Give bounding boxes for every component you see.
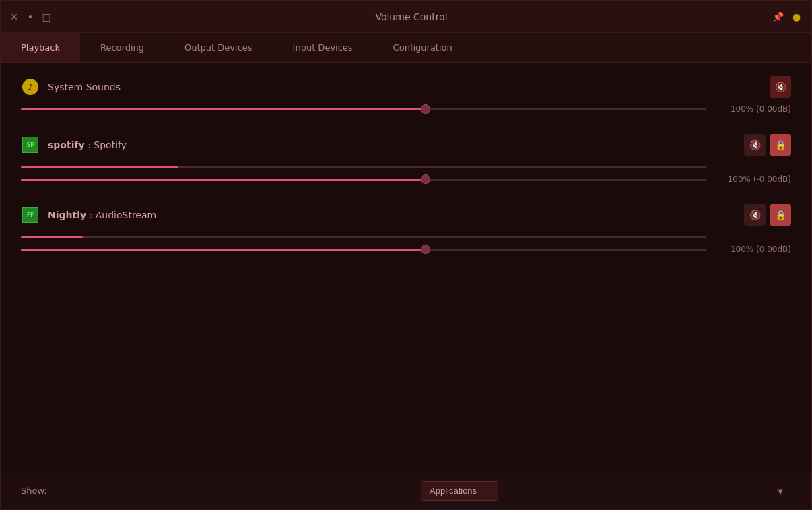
spotify-slider-value-2: 100% (-0.00dB) — [717, 174, 791, 184]
tab-configuration[interactable]: Configuration — [373, 33, 473, 62]
system-sounds-controls: 🔇 — [770, 76, 791, 98]
titlebar-right-controls: 📌 ● — [771, 10, 803, 24]
nightly-slider-row-1 — [21, 231, 791, 243]
dot-button[interactable]: • — [25, 11, 36, 22]
spotify-controls: 🔇 🔒 — [744, 134, 791, 156]
system-sounds-name: System Sounds — [48, 82, 770, 92]
close-button[interactable]: ✕ — [9, 11, 20, 22]
system-sounds-slider-fill — [21, 108, 426, 110]
spotify-slider-container-1 — [21, 161, 706, 173]
status-icon: ● — [790, 10, 803, 24]
channel-nightly: FF Nightly : AudioStream 🔇 🔒 — [21, 204, 791, 255]
tab-output-devices[interactable]: Output Devices — [164, 33, 273, 62]
nightly-slider-container-1 — [21, 231, 706, 243]
content-area: ♪ System Sounds 🔇 100% (0.00dB) — [1, 63, 811, 472]
spotify-lock-button[interactable]: 🔒 — [770, 134, 791, 156]
channel-nightly-header: FF Nightly : AudioStream 🔇 🔒 — [21, 204, 791, 226]
spotify-icon: SP — [21, 135, 40, 154]
window-controls: ✕ • □ — [9, 11, 52, 22]
system-sounds-slider-thumb[interactable] — [421, 104, 430, 114]
nightly-slider-fill-2 — [21, 249, 426, 251]
bottom-bar: Show: Applications All Streams Virtual S… — [1, 472, 811, 509]
nightly-icon: FF — [21, 205, 40, 224]
tab-input-devices[interactable]: Input Devices — [273, 33, 373, 62]
nightly-slider-track-1 — [21, 236, 706, 238]
spotify-slider-container-2 — [21, 173, 706, 185]
spotify-slider-row-1 — [21, 161, 791, 173]
nightly-slider-value-2: 100% (0.00dB) — [717, 245, 791, 254]
spotify-slider-fill-2 — [21, 179, 426, 181]
window-title: Volume Control — [52, 11, 771, 22]
nightly-slider-fill-1 — [21, 236, 83, 238]
channel-system-sounds: ♪ System Sounds 🔇 100% (0.00dB) — [21, 76, 791, 115]
tab-recording[interactable]: Recording — [80, 33, 164, 62]
nightly-mute-button[interactable]: 🔇 — [744, 204, 766, 226]
spotify-slider-fill-1 — [21, 166, 178, 168]
pin-icon[interactable]: 📌 — [771, 10, 784, 24]
system-sounds-slider-row: 100% (0.00dB) — [21, 103, 791, 115]
nightly-name: Nightly : AudioStream — [48, 210, 744, 220]
nightly-controls: 🔇 🔒 — [744, 204, 791, 226]
nightly-slider-container-2 — [21, 243, 706, 255]
spotify-slider-row-2: 100% (-0.00dB) — [21, 173, 791, 185]
spotify-slider-track-1 — [21, 166, 706, 168]
spotify-slider-thumb[interactable] — [421, 174, 430, 184]
spotify-name: spotify : Spotify — [48, 139, 744, 150]
spotify-mute-button[interactable]: 🔇 — [744, 134, 766, 156]
system-sounds-slider-track — [21, 108, 706, 110]
system-sounds-mute-button[interactable]: 🔇 — [770, 76, 791, 98]
nightly-slider-row-2: 100% (0.00dB) — [21, 243, 791, 255]
titlebar: ✕ • □ Volume Control 📌 ● — [1, 1, 811, 33]
maximize-button[interactable]: □ — [41, 11, 52, 22]
nightly-slider-track-2 — [21, 249, 706, 251]
tab-bar: Playback Recording Output Devices Input … — [1, 33, 811, 63]
tab-playback[interactable]: Playback — [1, 33, 80, 62]
show-select[interactable]: Applications All Streams Virtual Streams — [421, 481, 498, 501]
system-sounds-slider-container — [21, 103, 706, 115]
system-sounds-icon: ♪ — [21, 77, 40, 96]
channel-spotify-header: SP spotify : Spotify 🔇 🔒 — [21, 134, 791, 156]
channel-system-sounds-header: ♪ System Sounds 🔇 — [21, 76, 791, 98]
show-label: Show: — [21, 486, 47, 496]
main-window: ✕ • □ Volume Control 📌 ● Playback Record… — [0, 0, 812, 510]
nightly-slider-thumb[interactable] — [421, 245, 430, 254]
system-sounds-slider-value: 100% (0.00dB) — [717, 104, 791, 114]
show-select-wrapper: Applications All Streams Virtual Streams — [421, 481, 791, 501]
nightly-lock-button[interactable]: 🔒 — [770, 204, 791, 226]
channel-spotify: SP spotify : Spotify 🔇 🔒 — [21, 134, 791, 185]
spotify-slider-track-2 — [21, 179, 706, 181]
